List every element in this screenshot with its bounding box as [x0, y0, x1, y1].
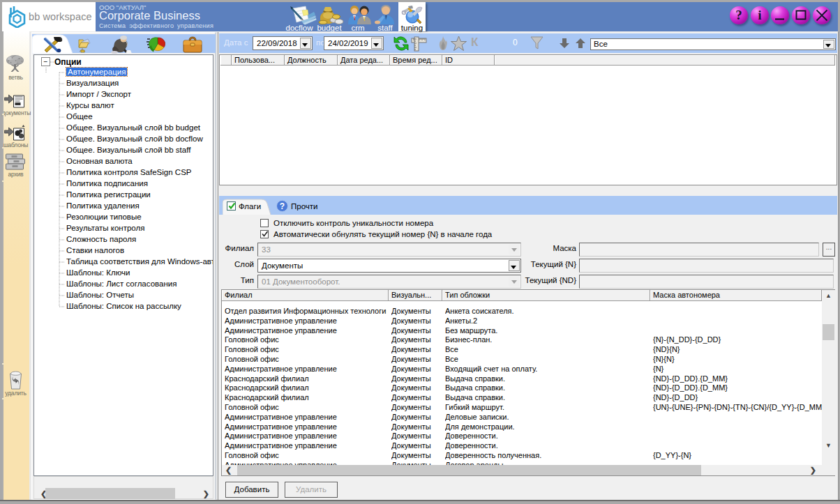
svg-text:i: i	[758, 8, 761, 22]
svg-text:?: ?	[735, 8, 742, 22]
svg-text:?: ?	[280, 201, 285, 211]
